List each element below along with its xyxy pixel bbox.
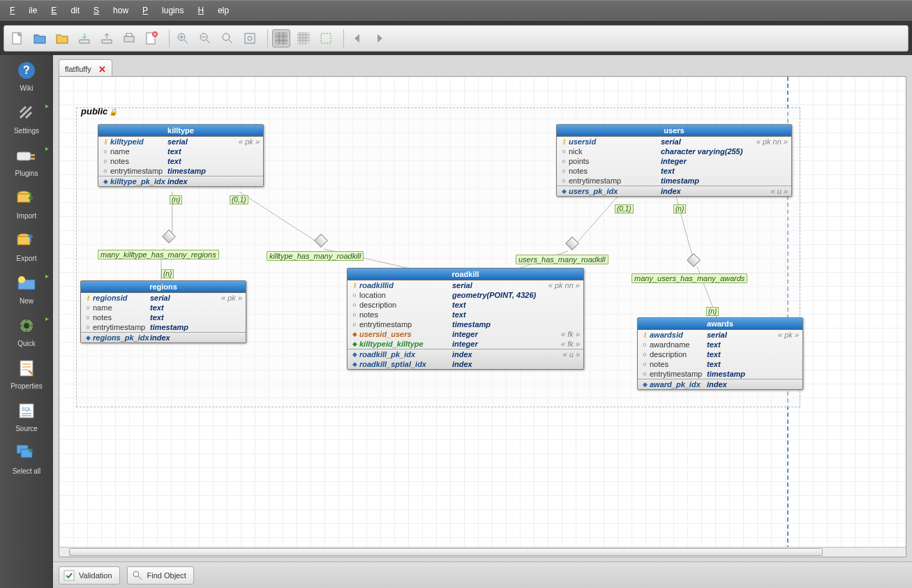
svg-rect-1 xyxy=(124,36,134,42)
lock-icon: 🔒 xyxy=(109,108,117,116)
diagram-canvas[interactable]: public🔒 killtype ⚷killtypeidserial« pk »… xyxy=(59,77,906,557)
pk-icon: ⚷ xyxy=(350,280,359,290)
svg-rect-16 xyxy=(31,154,35,156)
svg-text:SQL: SQL xyxy=(22,407,31,412)
zoom-fit-icon[interactable] xyxy=(241,29,259,47)
svg-rect-17 xyxy=(31,158,35,160)
rel-killtype-roadkill[interactable]: killtype_has_many_roadkill xyxy=(267,251,364,261)
launcher-sidebar: ?Wiki ▸Settings ▸Plugins Import Export ▸… xyxy=(0,55,53,588)
tab-flatfluffy[interactable]: flatfluffy ✕ xyxy=(59,59,112,76)
launcher-import[interactable]: Import xyxy=(6,187,47,220)
entity-killtype[interactable]: killtype ⚷killtypeidserial« pk » ○namete… xyxy=(98,124,264,187)
entity-header[interactable]: regions xyxy=(81,281,246,293)
grid-bounds-icon[interactable] xyxy=(317,29,335,47)
svg-rect-19 xyxy=(17,194,30,202)
document-close-icon[interactable] xyxy=(142,29,160,47)
card: (n) xyxy=(706,307,719,316)
index-icon: ◆ xyxy=(350,359,359,369)
tab-label: flatfluffy xyxy=(65,65,91,73)
launcher-wiki[interactable]: ?Wiki xyxy=(6,59,47,92)
horizontal-scrollbar[interactable] xyxy=(59,547,906,557)
zoom-out-icon[interactable] xyxy=(196,29,214,47)
svg-point-24 xyxy=(24,323,29,329)
svg-rect-8 xyxy=(245,33,255,43)
rel-users-awards[interactable]: many_users_has_many_awards xyxy=(631,273,747,283)
svg-rect-21 xyxy=(17,236,30,245)
entity-header[interactable]: killtype xyxy=(98,125,263,137)
launcher-quick[interactable]: ▸Quick xyxy=(6,315,47,347)
entity-header[interactable]: users xyxy=(557,125,791,137)
tab-strip: flatfluffy ✕ xyxy=(53,55,912,76)
new-file-icon[interactable] xyxy=(8,29,27,47)
grid-small-icon[interactable] xyxy=(294,29,313,47)
card: (n) xyxy=(161,269,174,278)
zoom-in-icon[interactable] xyxy=(174,29,192,47)
rel-killtype-regions[interactable]: many_killtype_has_many_regions xyxy=(98,250,219,259)
svg-point-22 xyxy=(18,276,25,283)
svg-rect-2 xyxy=(126,33,132,36)
menu-help[interactable]: Help xyxy=(197,6,229,15)
workspace: flatfluffy ✕ public🔒 xyxy=(53,55,912,588)
nav-next-icon[interactable] xyxy=(371,29,389,47)
launcher-export[interactable]: Export xyxy=(6,229,47,262)
inbox-up-icon[interactable] xyxy=(98,29,116,47)
schema-label: public🔒 xyxy=(81,106,117,116)
menu-bar: File Edit Show Plugins Help xyxy=(0,0,912,22)
card: (0,1) xyxy=(615,204,634,213)
fk-icon: ◆ xyxy=(350,339,359,349)
toolbar xyxy=(3,25,909,52)
grid-large-icon[interactable] xyxy=(272,29,290,47)
svg-text:?: ? xyxy=(23,64,30,76)
menu-file[interactable]: File xyxy=(10,6,37,15)
launcher-properties[interactable]: Properties xyxy=(6,357,47,390)
svg-rect-11 xyxy=(297,32,310,45)
menu-plugins[interactable]: Plugins xyxy=(142,6,184,15)
index-icon: ◆ xyxy=(100,176,110,186)
fk-icon: ◆ xyxy=(350,329,359,339)
zoom-reset-icon[interactable] xyxy=(218,29,237,47)
validation-button[interactable]: Validation xyxy=(59,566,120,585)
bottom-bar: Validation Find Object xyxy=(53,561,912,588)
pk-icon: ⚷ xyxy=(100,137,110,146)
entity-regions[interactable]: regions ⚷regionsidserial« pk » ○nametext… xyxy=(80,280,246,343)
svg-rect-30 xyxy=(64,571,74,580)
card: (0,1) xyxy=(230,195,248,204)
svg-point-7 xyxy=(223,33,230,40)
open-folder-icon[interactable] xyxy=(31,29,49,47)
card: (n) xyxy=(673,204,686,213)
svg-rect-10 xyxy=(275,32,287,45)
close-icon[interactable]: ✕ xyxy=(98,64,106,75)
index-icon: ◆ xyxy=(83,333,93,342)
entity-header[interactable]: roadkill xyxy=(347,269,583,280)
launcher-select-all[interactable]: Select all xyxy=(6,442,47,475)
find-object-button[interactable]: Find Object xyxy=(127,566,194,585)
nav-prev-icon[interactable] xyxy=(348,29,366,47)
inbox-down-icon[interactable] xyxy=(75,29,94,47)
pk-icon: ⚷ xyxy=(83,293,93,303)
menu-show[interactable]: Show xyxy=(94,6,128,15)
launcher-plugins[interactable]: ▸Plugins xyxy=(6,144,47,177)
pk-icon: ⚷ xyxy=(640,330,650,340)
entity-header[interactable]: awards xyxy=(638,318,802,330)
search-icon xyxy=(132,570,143,581)
index-icon: ◆ xyxy=(559,186,569,196)
launcher-new[interactable]: ▸New xyxy=(6,272,47,305)
svg-point-9 xyxy=(248,36,252,40)
canvas-viewport[interactable]: public🔒 killtype ⚷killtypeidserial« pk »… xyxy=(59,76,906,557)
rel-users-roadkill[interactable]: users_has_many_roadkill xyxy=(516,255,608,264)
open-folder-alt-icon[interactable] xyxy=(53,29,71,47)
pk-icon: ⚷ xyxy=(559,137,569,146)
launcher-source[interactable]: SQLSource xyxy=(6,400,47,432)
svg-rect-15 xyxy=(17,152,31,160)
entity-roadkill[interactable]: roadkill ⚷roadkillidserial« pk nn » ○loc… xyxy=(347,268,584,370)
entity-users[interactable]: users ⚷usersidserial« pk nn » ○nickchara… xyxy=(556,124,792,197)
print-icon[interactable] xyxy=(120,29,138,47)
menu-edit[interactable]: Edit xyxy=(51,6,80,15)
entity-awards[interactable]: awards ⚷awardsidserial« pk » ○awardnamet… xyxy=(637,317,803,390)
card: (n) xyxy=(170,195,182,204)
svg-rect-12 xyxy=(321,33,331,43)
svg-point-31 xyxy=(133,571,139,577)
scroll-thumb[interactable] xyxy=(69,548,823,556)
launcher-settings[interactable]: ▸Settings xyxy=(6,102,47,135)
index-icon: ◆ xyxy=(350,349,359,359)
